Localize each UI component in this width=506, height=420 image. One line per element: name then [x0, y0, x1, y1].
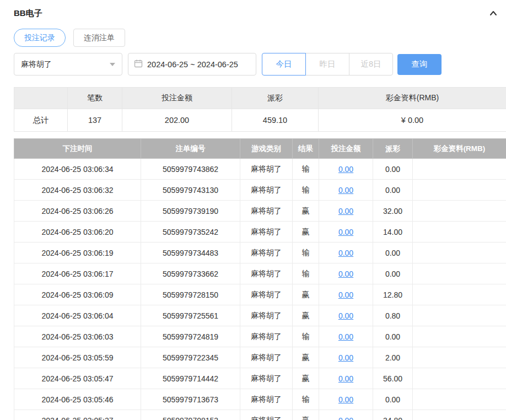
page-title: BB电子 [14, 8, 42, 19]
quick-filter-yesterday-button[interactable]: 昨日 [305, 53, 349, 76]
table-row: 2024-06-25 03:05:37 5059979708153 麻将胡了 赢… [14, 410, 506, 420]
bet-amount-link[interactable]: 0.00 [338, 290, 353, 299]
tab-bet-records[interactable]: 投注记录 [14, 29, 66, 47]
cell-bonus [413, 201, 506, 222]
cell-result: 输 [293, 243, 319, 263]
cell-game-type: 麻将胡了 [240, 180, 293, 201]
cell-bet-time: 2024-06-25 03:05:37 [14, 410, 141, 420]
cell-bonus [413, 180, 506, 201]
table-row: 2024-06-25 03:05:46 5059979713673 麻将胡了 输… [14, 389, 506, 410]
summary-header-bonus: 彩金资料(RMB) [319, 88, 506, 109]
cell-bonus [413, 159, 506, 180]
cell-order-id: 5059979725561 [141, 305, 240, 326]
bet-amount-link[interactable]: 0.00 [338, 186, 353, 195]
bet-amount-link[interactable]: 0.00 [338, 332, 353, 341]
cell-payout: 0.00 [373, 243, 413, 263]
header-payout: 派彩 [373, 139, 413, 159]
header-game-type: 游戏类别 [240, 139, 293, 159]
search-button[interactable]: 查询 [397, 54, 442, 75]
header-bet-amount: 投注金额 [319, 139, 373, 159]
date-range-value: 2024-06-25 ~ 2024-06-25 [147, 60, 238, 69]
bet-amount-link[interactable]: 0.00 [338, 165, 353, 174]
cell-order-id: 5059979713673 [141, 389, 240, 410]
bet-amount-link[interactable]: 0.00 [338, 249, 353, 257]
cell-order-id: 5059979743862 [141, 159, 240, 180]
summary-total-payout: 459.10 [232, 109, 319, 132]
bet-amount-link[interactable]: 0.00 [338, 353, 353, 362]
cell-order-id: 5059979708153 [141, 410, 240, 420]
cell-bet-time: 2024-06-25 03:05:47 [14, 368, 141, 389]
cell-bet-amount: 0.00 [319, 222, 373, 243]
cell-payout: 0.00 [373, 159, 413, 180]
table-row: 2024-06-25 03:06:03 5059979724819 麻将胡了 输… [14, 326, 506, 347]
cell-payout: 2.00 [373, 347, 413, 368]
cell-order-id: 5059979735242 [141, 222, 240, 243]
cell-game-type: 麻将胡了 [240, 159, 293, 180]
bet-amount-link[interactable]: 0.00 [338, 416, 353, 420]
panel-header: BB电子 [14, 0, 506, 20]
bet-amount-link[interactable]: 0.00 [338, 395, 353, 404]
cell-result: 赢 [293, 305, 319, 326]
header-bet-time: 下注时间 [14, 139, 141, 159]
summary-header-bet-amount: 投注金额 [122, 88, 232, 109]
bet-table-body: 2024-06-25 03:06:34 5059979743862 麻将胡了 输… [14, 159, 506, 420]
header-result: 结果 [293, 139, 319, 159]
table-row: 2024-06-25 03:06:32 5059979743130 麻将胡了 输… [14, 180, 506, 201]
cell-bet-amount: 0.00 [319, 263, 373, 284]
cell-result: 赢 [293, 222, 319, 243]
summary-header-row: 笔数 投注金额 派彩 彩金资料(RMB) [14, 88, 506, 109]
table-row: 2024-06-25 03:06:26 5059979739190 麻将胡了 赢… [14, 201, 506, 222]
cell-bonus [413, 263, 506, 284]
table-row: 2024-06-25 03:06:20 5059979735242 麻将胡了 赢… [14, 222, 506, 243]
table-row: 2024-06-25 03:06:19 5059979734483 麻将胡了 输… [14, 243, 506, 263]
cell-bonus [413, 243, 506, 263]
cell-order-id: 5059979724819 [141, 326, 240, 347]
summary-total-count: 137 [68, 109, 122, 132]
bet-amount-link[interactable]: 0.00 [338, 228, 353, 236]
cell-payout: 0.80 [373, 305, 413, 326]
bet-amount-link[interactable]: 0.00 [338, 311, 353, 320]
bet-amount-link[interactable]: 0.00 [338, 374, 353, 383]
cell-result: 输 [293, 326, 319, 347]
tab-bar: 投注记录 连消注单 [14, 29, 506, 47]
date-range-picker[interactable]: 2024-06-25 ~ 2024-06-25 [128, 53, 256, 76]
cell-payout: 0.00 [373, 389, 413, 410]
cell-game-type: 麻将胡了 [240, 326, 293, 347]
caret-down-icon [110, 63, 115, 66]
cell-bet-amount: 0.00 [319, 180, 373, 201]
table-row: 2024-06-25 03:05:47 5059979714442 麻将胡了 赢… [14, 368, 506, 389]
bet-amount-link[interactable]: 0.00 [338, 207, 353, 216]
header-bonus: 彩金资料(RMB) [413, 139, 506, 159]
cell-payout: 12.80 [373, 284, 413, 305]
cell-bet-time: 2024-06-25 03:06:04 [14, 305, 141, 326]
game-type-select[interactable]: 麻将胡了 [14, 53, 122, 76]
cell-result: 赢 [293, 284, 319, 305]
quick-filter-today-button[interactable]: 今日 [262, 53, 306, 76]
cell-game-type: 麻将胡了 [240, 263, 293, 284]
quick-filter-last8days-button[interactable]: 近8日 [349, 53, 393, 76]
cell-bet-time: 2024-06-25 03:05:59 [14, 347, 141, 368]
cell-game-type: 麻将胡了 [240, 305, 293, 326]
cell-bet-amount: 0.00 [319, 368, 373, 389]
filter-bar: 麻将胡了 2024-06-25 ~ 2024-06-25 今日 昨日 近8日 查… [14, 53, 506, 76]
game-type-select-value: 麻将胡了 [21, 60, 52, 69]
cell-result: 赢 [293, 368, 319, 389]
cell-payout: 34.80 [373, 410, 413, 420]
cell-bet-time: 2024-06-25 03:05:46 [14, 389, 141, 410]
bet-records-panel: BB电子 投注记录 连消注单 麻将胡了 2024-06-25 ~ 2024-06… [0, 0, 506, 420]
cell-bet-time: 2024-06-25 03:06:19 [14, 243, 141, 263]
collapse-chevron-up-icon[interactable] [488, 8, 498, 18]
cell-bet-amount: 0.00 [319, 410, 373, 420]
cell-payout: 0.00 [373, 180, 413, 201]
cell-payout: 32.00 [373, 201, 413, 222]
cell-payout: 56.00 [373, 368, 413, 389]
cell-bet-amount: 0.00 [319, 389, 373, 410]
cell-bet-amount: 0.00 [319, 326, 373, 347]
cell-bet-time: 2024-06-25 03:06:20 [14, 222, 141, 243]
cell-order-id: 5059979743130 [141, 180, 240, 201]
tab-cancelled-orders[interactable]: 连消注单 [73, 29, 125, 47]
cell-game-type: 麻将胡了 [240, 201, 293, 222]
cell-bet-time: 2024-06-25 03:06:26 [14, 201, 141, 222]
summary-header-count: 笔数 [68, 88, 122, 109]
bet-amount-link[interactable]: 0.00 [338, 270, 353, 278]
